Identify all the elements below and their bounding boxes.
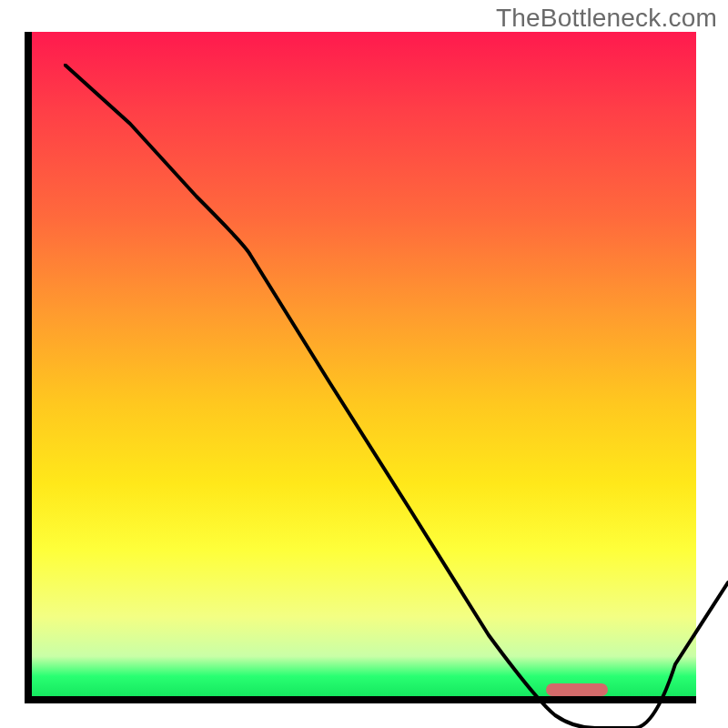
chart-frame: TheBottleneck.com — [0, 0, 728, 728]
bottleneck-curve-path — [64, 64, 728, 728]
valley-marker-bar — [546, 683, 608, 696]
watermark-label: TheBottleneck.com — [496, 4, 717, 33]
y-axis — [25, 32, 32, 703]
x-axis — [32, 696, 696, 703]
gradient-plot-area — [32, 32, 696, 696]
curve-svg — [64, 64, 728, 728]
